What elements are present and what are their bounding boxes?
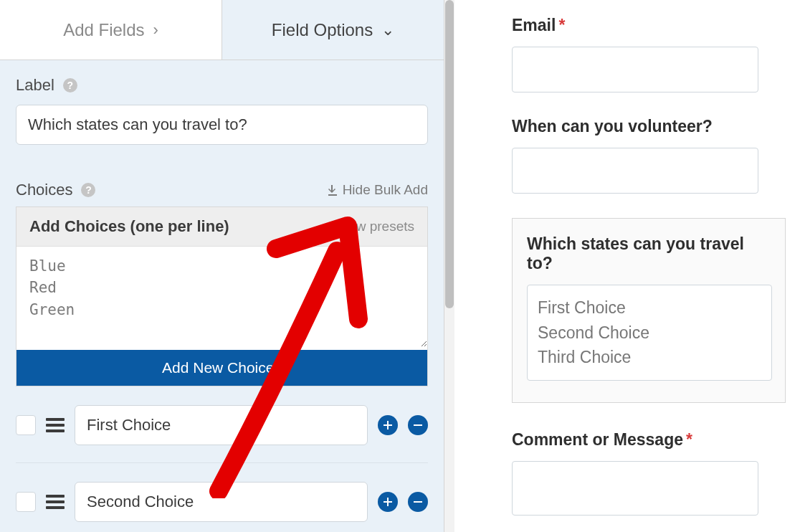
help-icon[interactable]: ?	[63, 78, 77, 92]
svg-rect-4	[384, 501, 392, 503]
preview-states-label: Which states can you travel to?	[527, 234, 771, 273]
bulk-choices-textarea[interactable]: Blue Red Green	[16, 247, 427, 347]
required-asterisk: *	[686, 430, 692, 449]
svg-rect-5	[414, 501, 422, 503]
preview-comment-textarea[interactable]	[512, 461, 758, 516]
bulk-add-box: Add Choices (one per line) Show presets …	[16, 206, 428, 386]
field-options-panel: Add Fields › Field Options ⌄ Label ? Cho…	[0, 0, 444, 532]
builder-tabs: Add Fields › Field Options ⌄	[0, 0, 444, 60]
choice-text-input[interactable]	[75, 405, 368, 445]
tab-field-options[interactable]: Field Options ⌄	[222, 0, 444, 60]
choice-row	[16, 482, 428, 532]
field-label-input[interactable]	[16, 105, 428, 145]
choice-default-checkbox[interactable]	[16, 492, 36, 512]
tab-add-fields[interactable]: Add Fields ›	[0, 0, 222, 60]
svg-rect-2	[414, 424, 422, 426]
add-choice-button[interactable]	[378, 415, 398, 435]
preview-email-input[interactable]	[512, 47, 758, 92]
states-option[interactable]: Second Choice	[538, 320, 761, 346]
hide-bulk-add-link[interactable]: Hide Bulk Add	[327, 182, 428, 198]
label-text: Email	[512, 16, 556, 34]
chevron-right-icon: ›	[153, 21, 158, 39]
label-section: Label ?	[0, 60, 444, 145]
drag-handle-icon[interactable]	[46, 492, 65, 512]
choice-default-checkbox[interactable]	[16, 415, 36, 435]
hide-bulk-label: Hide Bulk Add	[343, 182, 428, 198]
states-option[interactable]: Third Choice	[538, 345, 761, 370]
choices-heading: Choices	[16, 181, 72, 199]
label-heading: Label	[16, 76, 54, 95]
preview-volunteer-input[interactable]	[512, 148, 758, 194]
remove-choice-button[interactable]	[408, 415, 428, 435]
download-icon	[327, 184, 338, 196]
help-icon[interactable]: ?	[81, 183, 95, 197]
preview-volunteer-group: When can you volunteer?	[512, 117, 786, 194]
show-presets-link[interactable]: Show presets	[332, 219, 414, 234]
vertical-scrollbar[interactable]	[444, 0, 454, 532]
add-choice-button[interactable]	[378, 492, 398, 512]
tab-field-options-label: Field Options	[272, 20, 373, 40]
choice-text-input[interactable]	[75, 482, 368, 522]
preview-states-card[interactable]: Which states can you travel to? First Ch…	[512, 218, 786, 403]
drag-handle-icon[interactable]	[46, 415, 65, 435]
label-text: Comment or Message	[512, 430, 683, 449]
preview-email-group: Email*	[512, 16, 786, 92]
choice-row	[16, 405, 428, 463]
add-new-choices-button[interactable]: Add New Choices	[16, 350, 427, 386]
required-asterisk: *	[558, 16, 565, 34]
choices-section: Choices ? Hide Bulk Add Add Choices (one…	[0, 145, 444, 532]
tab-add-fields-label: Add Fields	[63, 20, 144, 40]
preview-states-select[interactable]: First Choice Second Choice Third Choice	[527, 285, 772, 381]
add-new-choices-label: Add New Choices	[162, 359, 282, 376]
remove-choice-button[interactable]	[408, 492, 428, 512]
chevron-down-icon: ⌄	[381, 21, 394, 39]
choice-list	[16, 405, 428, 532]
scrollbar-thumb[interactable]	[445, 0, 454, 308]
preview-comment-group: Comment or Message*	[512, 430, 786, 516]
preview-comment-label: Comment or Message*	[512, 430, 786, 450]
preview-volunteer-label: When can you volunteer?	[512, 117, 786, 136]
bulk-add-title: Add Choices (one per line)	[29, 217, 229, 236]
preview-email-label: Email*	[512, 16, 786, 35]
form-preview-panel: Email* When can you volunteer? Which sta…	[454, 0, 800, 532]
states-option[interactable]: First Choice	[538, 295, 761, 320]
svg-rect-1	[384, 424, 392, 426]
